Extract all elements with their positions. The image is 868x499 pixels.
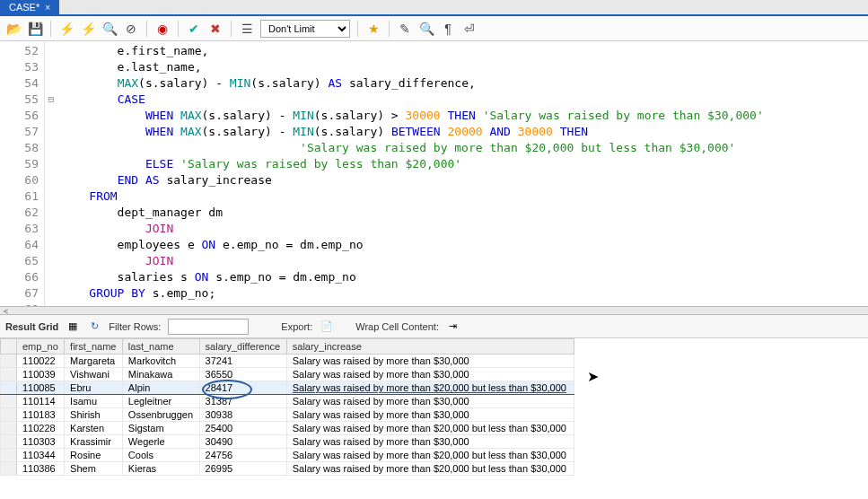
cell-salary-difference[interactable]: 36550 [199,368,286,381]
cell-first-name[interactable]: Karsten [65,422,123,435]
save-icon[interactable]: 💾 [27,21,43,37]
cell-first-name[interactable]: Margareta [65,355,123,368]
table-row[interactable]: 110022 Margareta Markovitch 37241 Salary… [1,355,574,368]
close-icon[interactable]: × [45,3,50,13]
cell-salary-difference[interactable]: 28417 [199,381,286,395]
horizontal-splitter[interactable]: < [0,306,868,315]
result-grid-label: Result Grid [5,321,58,332]
open-icon[interactable]: 📂 [5,21,22,37]
row-header[interactable] [1,462,17,476]
cell-last-name[interactable]: Minakawa [122,368,199,381]
tab-case[interactable]: CASE* × [0,0,59,14]
row-header[interactable] [1,435,17,449]
explain-icon[interactable]: 🔍 [101,21,118,37]
cell-emp-no[interactable]: 110344 [17,449,65,462]
cell-last-name[interactable]: Wegerle [122,435,199,449]
table-row[interactable]: 110039 Vishwani Minakawa 36550 Salary wa… [1,368,574,381]
cell-emp-no[interactable]: 110022 [17,355,65,368]
execute-icon[interactable]: ⚡ [58,21,75,37]
filter-input[interactable] [168,319,249,335]
row-header[interactable] [1,408,17,422]
cell-salary-increase[interactable]: Salary was raised by more than $30,000 [286,408,574,422]
cell-salary-increase[interactable]: Salary was raised by more than $30,000 [286,395,574,408]
cell-emp-no[interactable]: 110039 [17,368,65,381]
cell-salary-difference[interactable]: 31387 [199,395,286,408]
cell-salary-difference[interactable]: 30490 [199,435,286,449]
cell-last-name[interactable]: Ossenbruggen [122,408,199,422]
row-header[interactable] [1,395,17,408]
star-icon[interactable]: ★ [365,21,381,37]
cell-salary-increase[interactable]: Salary was raised by more than $20,000 b… [286,449,574,462]
column-header[interactable]: first_name [65,339,123,355]
grid-view-icon[interactable]: ▦ [66,320,80,334]
table-row[interactable]: 110183 Shirish Ossenbruggen 30938 Salary… [1,408,574,422]
stop-icon[interactable]: ⊘ [123,21,139,37]
result-toolbar: Result Grid ▦ ↻ Filter Rows: Export: 📄 W… [0,315,868,338]
table-row[interactable]: 110344 Rosine Cools 24756 Salary was rai… [1,449,574,462]
cell-emp-no[interactable]: 110183 [17,408,65,422]
cell-salary-increase[interactable]: Salary was raised by more than $20,000 b… [286,422,574,435]
paragraph-icon[interactable]: ¶ [440,21,456,37]
sql-editor[interactable]: 5253545556575859606162636465666768 ⊟ e.f… [0,41,868,306]
list-icon[interactable]: ☰ [239,21,255,37]
row-header[interactable] [1,449,17,462]
cell-salary-difference[interactable]: 25400 [199,422,286,435]
column-header[interactable]: salary_difference [199,339,286,355]
cell-last-name[interactable]: Sigstam [122,422,199,435]
cell-salary-difference[interactable]: 30938 [199,408,286,422]
cell-emp-no[interactable]: 110228 [17,422,65,435]
code-area[interactable]: e.first_name, e.last_name, MAX(s.salary)… [57,41,868,306]
table-row[interactable]: 110085 Ebru Alpin 28417 Salary was raise… [1,381,574,395]
refresh-icon[interactable]: ↻ [87,320,101,334]
column-header[interactable]: salary_increase [286,339,574,355]
limit-select[interactable]: Don't Limit [260,20,350,38]
cell-last-name[interactable]: Markovitch [122,355,199,368]
cell-salary-difference[interactable]: 26995 [199,462,286,476]
cell-emp-no[interactable]: 110114 [17,395,65,408]
cell-salary-increase[interactable]: Salary was raised by more than $30,000 [286,435,574,449]
column-header[interactable]: emp_no [17,339,65,355]
cell-emp-no[interactable]: 110085 [17,381,65,395]
table-row[interactable]: 110228 Karsten Sigstam 25400 Salary was … [1,422,574,435]
result-grid[interactable]: emp_nofirst_namelast_namesalary_differen… [0,338,868,499]
export-icon[interactable]: 📄 [320,320,334,334]
row-header[interactable] [1,368,17,381]
cell-salary-increase[interactable]: Salary was raised by more than $20,000 b… [286,381,574,395]
wrap-toggle-icon[interactable]: ⇥ [446,320,460,334]
cell-first-name[interactable]: Shem [65,462,123,476]
row-header[interactable] [1,355,17,368]
table-row[interactable]: 110386 Shem Kieras 26995 Salary was rais… [1,462,574,476]
cancel-icon[interactable]: ✖ [207,21,224,37]
row-header[interactable] [1,422,17,435]
cell-first-name[interactable]: Krassimir [65,435,123,449]
cell-first-name[interactable]: Rosine [65,449,123,462]
row-header[interactable] [1,381,17,395]
search-icon[interactable]: 🔍 [418,21,434,37]
separator [50,21,51,37]
cell-last-name[interactable]: Alpin [122,381,199,395]
column-header[interactable]: last_name [122,339,199,355]
cell-last-name[interactable]: Kieras [122,462,199,476]
cell-first-name[interactable]: Isamu [65,395,123,408]
cell-salary-increase[interactable]: Salary was raised by more than $20,000 b… [286,462,574,476]
cell-first-name[interactable]: Ebru [65,381,123,395]
cell-salary-increase[interactable]: Salary was raised by more than $30,000 [286,355,574,368]
cell-salary-increase[interactable]: Salary was raised by more than $30,000 [286,368,574,381]
wrap-icon[interactable]: ⏎ [461,21,478,37]
cell-first-name[interactable]: Vishwani [65,368,123,381]
beautify-icon[interactable]: ✎ [397,21,413,37]
table-row[interactable]: 110114 Isamu Legleitner 31387 Salary was… [1,395,574,408]
table-row[interactable]: 110303 Krassimir Wegerle 30490 Salary wa… [1,435,574,449]
cell-first-name[interactable]: Shirish [65,408,123,422]
tab-label: CASE* [9,2,39,13]
cell-last-name[interactable]: Legleitner [122,395,199,408]
result-table[interactable]: emp_nofirst_namelast_namesalary_differen… [0,338,574,476]
cell-emp-no[interactable]: 110386 [17,462,65,476]
cell-emp-no[interactable]: 110303 [17,435,65,449]
cell-salary-difference[interactable]: 24756 [199,449,286,462]
execute-step-icon[interactable]: ⚡ [80,21,96,37]
cell-salary-difference[interactable]: 37241 [199,355,286,368]
cell-last-name[interactable]: Cools [122,449,199,462]
apply-icon[interactable]: ✔ [186,21,202,37]
commit-icon[interactable]: ◉ [154,21,171,37]
